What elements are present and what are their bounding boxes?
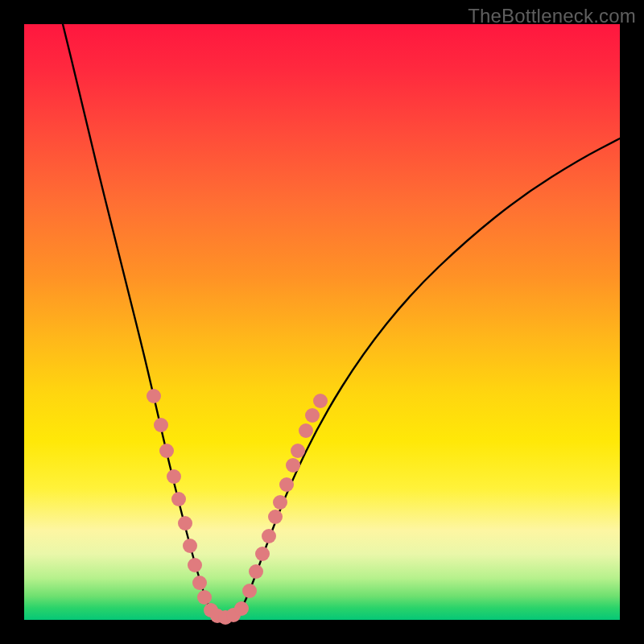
sample-dot: [154, 418, 168, 432]
sample-dot: [268, 510, 283, 524]
sample-dot: [167, 469, 181, 484]
sample-dot: [279, 477, 294, 492]
bottleneck-curve: [63, 24, 620, 617]
sample-dot: [234, 601, 249, 616]
sample-dot: [188, 558, 202, 572]
sample-dot: [262, 529, 276, 543]
sample-dot: [178, 516, 192, 530]
sample-dot: [171, 492, 186, 506]
sample-dot: [291, 444, 305, 458]
plot-area: [24, 24, 620, 620]
sample-dot: [147, 389, 161, 403]
sample-dot: [197, 590, 212, 605]
sample-dot: [249, 564, 263, 579]
sample-dot: [273, 495, 287, 510]
sample-dot: [299, 423, 313, 438]
sample-dot: [286, 458, 300, 473]
sample-dot: [242, 584, 257, 598]
sample-dot: [305, 408, 320, 423]
curve-svg: [24, 24, 620, 620]
sample-dot: [255, 547, 270, 561]
sample-dot: [313, 394, 328, 408]
sample-dot: [159, 444, 174, 458]
sample-dots: [147, 389, 328, 625]
sample-dot: [192, 576, 207, 590]
chart-frame: TheBottleneck.com: [0, 0, 644, 644]
sample-dot: [183, 539, 197, 553]
v-curve: [63, 24, 620, 617]
